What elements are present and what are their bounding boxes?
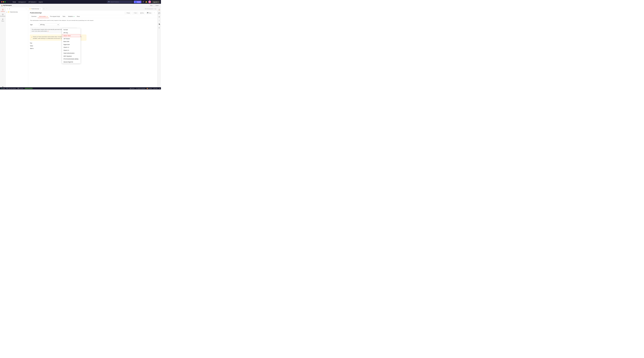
tab-bar: 📁 PublicAdminApi ✕ + ··· No Environment … (28, 7, 157, 10)
workspace-name: 🏠 My Workspace (1, 5, 12, 6)
find-replace-icon: 🔍 (6, 88, 8, 89)
dropdown-bearer-token[interactable]: Bearer Token (62, 34, 80, 37)
import-complete-item: Import Complete (25, 88, 33, 89)
filter-collections-button[interactable]: ≡ (9, 8, 10, 10)
new-button[interactable]: New (149, 4, 154, 6)
dropdown-aws[interactable]: AWS Signature (62, 55, 81, 58)
rs-info-button[interactable]: ℹ (158, 26, 160, 29)
subtab-variables[interactable]: Variables (66, 15, 76, 18)
workspace-actions: New Import (149, 4, 160, 6)
trash-item[interactable]: 🗑 Trash (154, 88, 158, 89)
add-collection-button[interactable]: + (6, 8, 8, 10)
sidebar-item-environments[interactable]: ⊡ Environments (0, 13, 6, 18)
bell-button[interactable]: 🔔 (145, 0, 148, 3)
sidebar-item-collections[interactable]: ☰ Collections (0, 8, 6, 13)
find-replace-item[interactable]: 🔍 Find and replace (6, 88, 16, 89)
online-status[interactable]: Online (1, 88, 5, 89)
forward-btn[interactable]: › (9, 1, 11, 3)
rs-docs-button[interactable]: 📋 (158, 8, 161, 11)
type-select: API Key ▾ (39, 23, 60, 26)
status-bar: Online 🔍 Find and replace ⌨ Console Impo… (0, 87, 161, 90)
dropdown-api-key[interactable]: API Key (62, 31, 81, 34)
avatar[interactable] (148, 0, 151, 3)
more-collections-button[interactable]: ··· (25, 8, 27, 10)
search-icon: 🔍 (108, 1, 110, 3)
collections-icon: ☰ (2, 9, 4, 11)
runner-item[interactable]: ▶ Runner (130, 88, 134, 89)
auth-learn-more-link[interactable]: ↗ (48, 30, 48, 32)
nav-explore[interactable]: Explore (38, 0, 44, 3)
collection-item-public-admin-api[interactable]: ▶ 📁 PublicAdminApi (6, 11, 28, 13)
dropdown-jwt-bearer[interactable]: JWT Bearer (62, 37, 81, 40)
key-label: Key (30, 42, 38, 44)
dropdown-no-auth[interactable]: No Auth (62, 28, 81, 31)
dropdown-hawk[interactable]: Hawk Authentication (62, 52, 81, 55)
subtab-tests[interactable]: Tests (61, 15, 66, 18)
nav-arrows: ‹ › (7, 1, 11, 3)
subtab-authorization[interactable]: Authorization (38, 15, 49, 18)
dropdown-basic-auth[interactable]: Basic Auth (62, 40, 81, 43)
collection-header: PublicAdminApi ↗ Share ⑂ Fork 0 ▶ Run 💾 (28, 10, 157, 15)
dropdown-chevron-icon: ▾ (58, 24, 58, 25)
environment-view-button[interactable]: ⊡ (155, 8, 156, 9)
save-button[interactable]: 💾 Save (146, 12, 152, 14)
upgrade-button[interactable]: Upgrade ▾ (152, 0, 160, 3)
auth-description: This authorization method will be used f… (30, 20, 156, 21)
close-btn[interactable] (1, 1, 2, 2)
main-area: ☰ Collections ⊡ Environments ⟳ History ⊞… (0, 7, 161, 90)
invite-icon: 👤 (135, 1, 137, 3)
fork-icon: ⑂ (133, 12, 134, 13)
subtabs: Overview Authorization Pre-request Scrip… (28, 15, 157, 18)
auth-type-dropdown: No Auth API Key Bearer Token JWT Bearer … (62, 28, 81, 63)
settings-button[interactable]: ⚙ (142, 0, 144, 3)
rs-history-button[interactable]: ⟳ (158, 15, 161, 18)
add-tab-button[interactable]: + (42, 7, 46, 10)
search-bar[interactable]: 🔍 Search Postman (107, 0, 133, 3)
variables-dot (74, 16, 74, 17)
status-right: ▶ Runner ⊙ Capture requests 🍪 Cookies 🗑 … (130, 88, 160, 89)
share-button[interactable]: ↗ Share (125, 12, 131, 14)
rs-sync-button[interactable]: ↕ (158, 19, 160, 22)
console-icon: ⌨ (18, 88, 19, 89)
nav-workspaces[interactable]: Workspaces ▾ (17, 0, 27, 3)
tab-public-admin-api[interactable]: 📁 PublicAdminApi ✕ (28, 7, 42, 10)
rs-connectors-button[interactable]: 🔌 (158, 22, 161, 26)
header-more-button[interactable]: ··· (154, 12, 156, 14)
more-tabs-button[interactable]: ··· (45, 7, 48, 10)
value-label: Value (30, 45, 38, 47)
cookies-item[interactable]: 🍪 Cookies (147, 88, 152, 89)
back-btn[interactable]: ‹ (7, 1, 9, 3)
capture-requests-item[interactable]: ⊙ Capture requests (136, 88, 145, 89)
env-chevron-icon[interactable]: ▾ (154, 8, 154, 9)
dropdown-oauth2[interactable]: OAuth 2.0 (62, 49, 81, 52)
dropdown-ntlm[interactable]: NTLM Authentication [Beta] (62, 57, 81, 60)
online-dot (1, 88, 2, 89)
environments-icon: ⊡ (2, 13, 4, 15)
invite-button[interactable]: 👤 Invite (134, 0, 142, 3)
import-button[interactable]: Import (154, 4, 160, 6)
dropdown-digest-auth[interactable]: Digest Auth (62, 43, 81, 46)
run-button[interactable]: ▶ Run (140, 12, 145, 14)
search-placeholder: Search Postman (111, 1, 119, 3)
subtab-prerequest[interactable]: Pre-request Script (49, 15, 61, 18)
nav-home[interactable]: Home (12, 0, 17, 3)
type-dropdown-button[interactable]: API Key ▾ (39, 23, 60, 26)
sidebar-item-history[interactable]: ⟳ History (0, 17, 6, 22)
bootcamp-item[interactable]: ⊞ (159, 88, 160, 89)
workspace-bar: 🏠 My Workspace New Import (0, 4, 161, 7)
minimize-btn[interactable] (3, 1, 4, 2)
nav-api-network[interactable]: API Network ▾ (28, 0, 38, 3)
subtab-overview[interactable]: Overview (30, 15, 38, 18)
subtab-runs[interactable]: Runs (76, 15, 81, 18)
fullscreen-btn[interactable] (4, 1, 6, 2)
type-label: Type (30, 24, 38, 25)
fork-button[interactable]: ⑂ Fork 0 (132, 12, 138, 14)
dropdown-akamai[interactable]: Akamai EdgeGrid (62, 60, 81, 63)
dropdown-oauth1[interactable]: OAuth 1.0 (62, 46, 81, 49)
rs-comments-button[interactable]: 💬 (158, 12, 161, 15)
tab-close-button[interactable]: ✕ (40, 8, 41, 9)
type-value: API Key (40, 24, 45, 25)
console-item[interactable]: ⌨ Console (18, 88, 23, 89)
chevron-right-icon: ▶ (6, 11, 7, 12)
tab-content: This authorization method will be used f… (28, 18, 157, 90)
